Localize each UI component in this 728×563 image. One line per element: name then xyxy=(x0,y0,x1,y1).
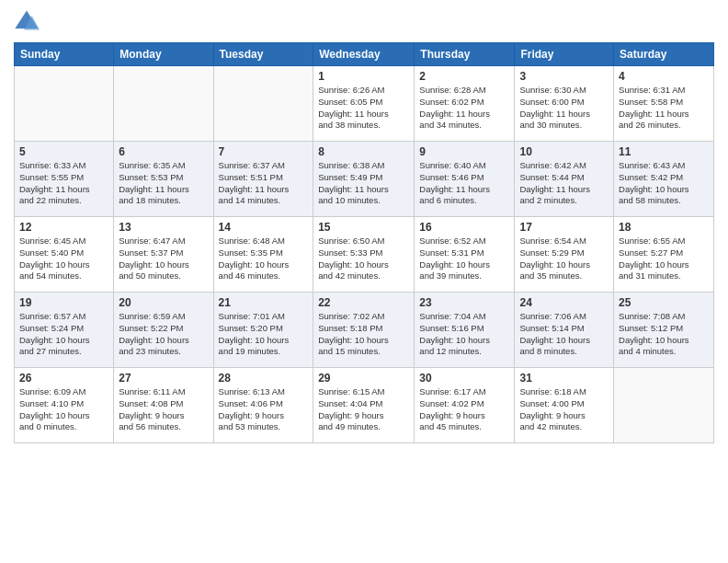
calendar-day-13: 13Sunrise: 6:47 AM Sunset: 5:37 PM Dayli… xyxy=(114,217,213,293)
day-info: Sunrise: 7:02 AM Sunset: 5:18 PM Dayligh… xyxy=(318,311,409,358)
calendar-day-27: 27Sunrise: 6:11 AM Sunset: 4:08 PM Dayli… xyxy=(114,368,213,443)
calendar-day-2: 2Sunrise: 6:28 AM Sunset: 6:02 PM Daylig… xyxy=(415,66,515,142)
calendar-day-18: 18Sunrise: 6:55 AM Sunset: 5:27 PM Dayli… xyxy=(614,217,714,293)
day-header-tuesday: Tuesday xyxy=(213,43,313,66)
day-number: 16 xyxy=(419,221,509,234)
calendar-day-17: 17Sunrise: 6:54 AM Sunset: 5:29 PM Dayli… xyxy=(515,217,614,293)
day-info: Sunrise: 7:04 AM Sunset: 5:16 PM Dayligh… xyxy=(419,311,509,358)
calendar-day-9: 9Sunrise: 6:40 AM Sunset: 5:46 PM Daylig… xyxy=(415,142,515,217)
calendar-day-10: 10Sunrise: 6:42 AM Sunset: 5:44 PM Dayli… xyxy=(515,142,614,217)
day-info: Sunrise: 6:11 AM Sunset: 4:08 PM Dayligh… xyxy=(119,386,208,433)
day-number: 10 xyxy=(519,145,609,158)
day-number: 4 xyxy=(619,70,709,83)
day-number: 31 xyxy=(519,372,609,385)
day-info: Sunrise: 6:35 AM Sunset: 5:53 PM Dayligh… xyxy=(119,160,208,207)
calendar-day-12: 12Sunrise: 6:45 AM Sunset: 5:40 PM Dayli… xyxy=(15,217,114,293)
day-header-friday: Friday xyxy=(515,43,614,66)
day-info: Sunrise: 6:45 AM Sunset: 5:40 PM Dayligh… xyxy=(19,236,108,282)
day-info: Sunrise: 6:26 AM Sunset: 6:05 PM Dayligh… xyxy=(318,85,409,132)
calendar-day-20: 20Sunrise: 6:59 AM Sunset: 5:22 PM Dayli… xyxy=(114,293,213,368)
calendar-week-row: 5Sunrise: 6:33 AM Sunset: 5:55 PM Daylig… xyxy=(15,142,714,217)
empty-cell xyxy=(213,66,313,142)
day-info: Sunrise: 6:37 AM Sunset: 5:51 PM Dayligh… xyxy=(219,160,309,207)
calendar-day-21: 21Sunrise: 7:01 AM Sunset: 5:20 PM Dayli… xyxy=(213,293,313,368)
calendar-week-row: 26Sunrise: 6:09 AM Sunset: 4:10 PM Dayli… xyxy=(15,368,714,443)
calendar-day-3: 3Sunrise: 6:30 AM Sunset: 6:00 PM Daylig… xyxy=(515,66,614,142)
day-number: 12 xyxy=(19,221,108,234)
calendar-day-24: 24Sunrise: 7:06 AM Sunset: 5:14 PM Dayli… xyxy=(515,293,614,368)
day-number: 25 xyxy=(619,296,709,309)
calendar-day-1: 1Sunrise: 6:26 AM Sunset: 6:05 PM Daylig… xyxy=(313,66,415,142)
day-info: Sunrise: 7:08 AM Sunset: 5:12 PM Dayligh… xyxy=(619,311,709,358)
calendar-week-row: 19Sunrise: 6:57 AM Sunset: 5:24 PM Dayli… xyxy=(15,293,714,368)
day-info: Sunrise: 6:09 AM Sunset: 4:10 PM Dayligh… xyxy=(19,386,108,433)
day-info: Sunrise: 6:38 AM Sunset: 5:49 PM Dayligh… xyxy=(318,160,409,207)
day-number: 28 xyxy=(219,372,309,385)
day-info: Sunrise: 6:52 AM Sunset: 5:31 PM Dayligh… xyxy=(419,236,509,282)
day-info: Sunrise: 6:43 AM Sunset: 5:42 PM Dayligh… xyxy=(619,160,709,207)
day-number: 23 xyxy=(419,296,509,309)
day-number: 8 xyxy=(318,145,409,158)
day-number: 6 xyxy=(119,145,208,158)
calendar-day-16: 16Sunrise: 6:52 AM Sunset: 5:31 PM Dayli… xyxy=(415,217,515,293)
day-number: 3 xyxy=(519,70,609,83)
day-number: 30 xyxy=(419,372,509,385)
day-info: Sunrise: 6:40 AM Sunset: 5:46 PM Dayligh… xyxy=(419,160,509,207)
day-number: 15 xyxy=(318,221,409,234)
calendar-day-14: 14Sunrise: 6:48 AM Sunset: 5:35 PM Dayli… xyxy=(213,217,313,293)
calendar-day-26: 26Sunrise: 6:09 AM Sunset: 4:10 PM Dayli… xyxy=(15,368,114,443)
day-number: 13 xyxy=(119,221,208,234)
day-header-wednesday: Wednesday xyxy=(313,43,415,66)
day-info: Sunrise: 6:59 AM Sunset: 5:22 PM Dayligh… xyxy=(119,311,208,358)
day-info: Sunrise: 6:31 AM Sunset: 5:58 PM Dayligh… xyxy=(619,85,709,132)
day-info: Sunrise: 7:06 AM Sunset: 5:14 PM Dayligh… xyxy=(519,311,609,358)
calendar-day-4: 4Sunrise: 6:31 AM Sunset: 5:58 PM Daylig… xyxy=(614,66,714,142)
day-number: 14 xyxy=(219,221,309,234)
day-number: 17 xyxy=(519,221,609,234)
logo xyxy=(14,9,45,35)
day-info: Sunrise: 6:33 AM Sunset: 5:55 PM Dayligh… xyxy=(19,160,108,207)
calendar-day-30: 30Sunrise: 6:17 AM Sunset: 4:02 PM Dayli… xyxy=(415,368,515,443)
day-info: Sunrise: 6:50 AM Sunset: 5:33 PM Dayligh… xyxy=(318,236,409,282)
day-info: Sunrise: 6:30 AM Sunset: 6:00 PM Dayligh… xyxy=(519,85,609,132)
day-number: 24 xyxy=(519,296,609,309)
calendar-day-5: 5Sunrise: 6:33 AM Sunset: 5:55 PM Daylig… xyxy=(15,142,114,217)
day-header-monday: Monday xyxy=(114,43,213,66)
day-number: 1 xyxy=(318,70,409,83)
calendar-day-6: 6Sunrise: 6:35 AM Sunset: 5:53 PM Daylig… xyxy=(114,142,213,217)
calendar-week-row: 12Sunrise: 6:45 AM Sunset: 5:40 PM Dayli… xyxy=(15,217,714,293)
calendar-day-8: 8Sunrise: 6:38 AM Sunset: 5:49 PM Daylig… xyxy=(313,142,415,217)
day-number: 7 xyxy=(219,145,309,158)
day-number: 26 xyxy=(19,372,108,385)
day-number: 18 xyxy=(619,221,709,234)
day-header-thursday: Thursday xyxy=(415,43,515,66)
header xyxy=(14,9,714,35)
day-number: 21 xyxy=(219,296,309,309)
calendar-day-15: 15Sunrise: 6:50 AM Sunset: 5:33 PM Dayli… xyxy=(313,217,415,293)
logo-icon xyxy=(14,9,40,35)
empty-cell xyxy=(114,66,213,142)
day-number: 29 xyxy=(318,372,409,385)
day-info: Sunrise: 6:55 AM Sunset: 5:27 PM Dayligh… xyxy=(619,236,709,282)
calendar-day-19: 19Sunrise: 6:57 AM Sunset: 5:24 PM Dayli… xyxy=(15,293,114,368)
day-info: Sunrise: 6:54 AM Sunset: 5:29 PM Dayligh… xyxy=(519,236,609,282)
calendar-table: SundayMondayTuesdayWednesdayThursdayFrid… xyxy=(14,42,714,443)
empty-cell xyxy=(15,66,114,142)
day-info: Sunrise: 6:15 AM Sunset: 4:04 PM Dayligh… xyxy=(318,386,409,433)
day-info: Sunrise: 6:48 AM Sunset: 5:35 PM Dayligh… xyxy=(219,236,309,282)
day-number: 11 xyxy=(619,145,709,158)
day-header-saturday: Saturday xyxy=(614,43,714,66)
day-number: 22 xyxy=(318,296,409,309)
empty-cell xyxy=(614,368,714,443)
calendar-day-23: 23Sunrise: 7:04 AM Sunset: 5:16 PM Dayli… xyxy=(415,293,515,368)
day-info: Sunrise: 6:13 AM Sunset: 4:06 PM Dayligh… xyxy=(219,386,309,433)
calendar-day-22: 22Sunrise: 7:02 AM Sunset: 5:18 PM Dayli… xyxy=(313,293,415,368)
day-number: 27 xyxy=(119,372,208,385)
calendar-day-11: 11Sunrise: 6:43 AM Sunset: 5:42 PM Dayli… xyxy=(614,142,714,217)
day-info: Sunrise: 7:01 AM Sunset: 5:20 PM Dayligh… xyxy=(219,311,309,358)
calendar-header-row: SundayMondayTuesdayWednesdayThursdayFrid… xyxy=(15,43,714,66)
day-number: 19 xyxy=(19,296,108,309)
calendar-day-29: 29Sunrise: 6:15 AM Sunset: 4:04 PM Dayli… xyxy=(313,368,415,443)
day-number: 5 xyxy=(19,145,108,158)
day-info: Sunrise: 6:42 AM Sunset: 5:44 PM Dayligh… xyxy=(519,160,609,207)
